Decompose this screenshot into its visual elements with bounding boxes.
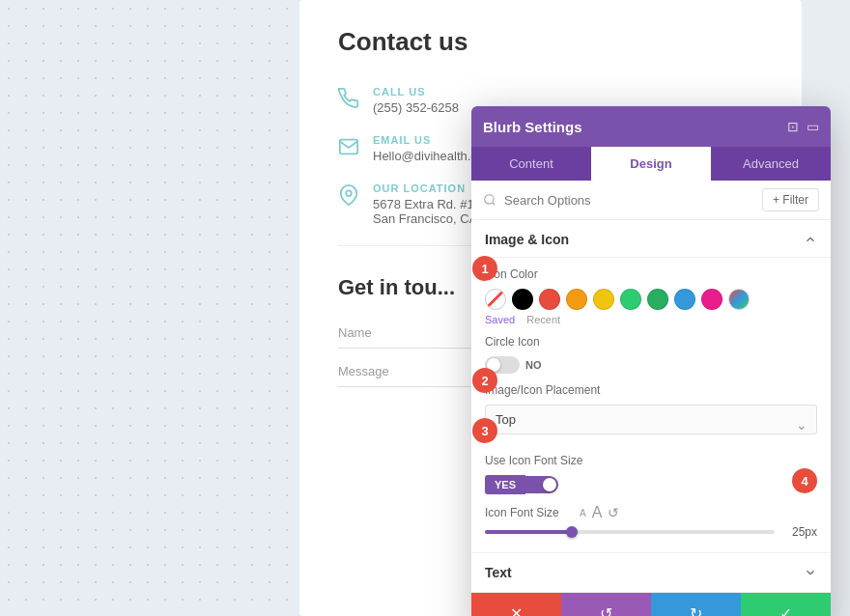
- swatch-transparent[interactable]: [485, 289, 506, 310]
- svg-point-2: [485, 195, 494, 204]
- toggle-thumb-yes: [543, 478, 556, 491]
- panel-tabs: Content Design Advanced: [471, 147, 831, 181]
- phone-icon: [338, 88, 359, 109]
- toggle-track-yes[interactable]: [525, 476, 558, 493]
- swatch-green[interactable]: [620, 289, 641, 310]
- yes-toggle: YES: [485, 475, 817, 494]
- placement-dropdown[interactable]: Top Left Right Bottom: [485, 405, 817, 434]
- email-us-label: EMAIL US: [373, 134, 484, 146]
- panel-footer: ✕ ↺ ↻ ✓: [471, 592, 831, 616]
- circle-icon-label: Circle Icon: [485, 335, 817, 349]
- tab-design[interactable]: Design: [591, 147, 711, 181]
- icon-font-size-row: Icon Font Size A A ↺: [485, 504, 817, 521]
- tab-advanced[interactable]: Advanced: [711, 147, 831, 181]
- search-input[interactable]: [504, 193, 754, 208]
- location-icon: [338, 184, 359, 206]
- swatch-orange[interactable]: [566, 289, 587, 310]
- contact-title: Contact us: [299, 0, 802, 76]
- slider-value: 25px: [782, 525, 817, 539]
- text-section-header[interactable]: Text: [471, 552, 831, 592]
- icon-font-size-label: Icon Font Size: [485, 506, 572, 519]
- filter-button[interactable]: + Filter: [762, 188, 819, 211]
- blurb-settings-panel: Blurb Settings ⊡ ▭ Content Design Advanc…: [471, 106, 831, 616]
- font-size-small-icon: A: [580, 508, 586, 518]
- swatch-blue[interactable]: [674, 289, 695, 310]
- refresh-button[interactable]: ↻: [651, 593, 741, 617]
- step-badge-1: 1: [472, 256, 497, 281]
- cancel-button[interactable]: ✕: [471, 593, 561, 617]
- swatch-black[interactable]: [512, 289, 533, 310]
- call-us-value: (255) 352-6258: [373, 100, 459, 115]
- placement-label: Image/Icon Placement: [485, 383, 817, 397]
- step-badge-2: 2: [472, 368, 497, 393]
- slider-thumb[interactable]: [566, 526, 578, 538]
- panel-header: Blurb Settings ⊡ ▭: [471, 106, 831, 147]
- email-us-value: Hello@divihealth.co: [373, 149, 484, 163]
- chevron-up-icon: [804, 233, 817, 246]
- image-icon-section-header[interactable]: Image & Icon: [471, 220, 831, 258]
- recent-label[interactable]: Recent: [526, 314, 560, 325]
- saved-recent-row: Saved Recent: [485, 314, 817, 325]
- panel-header-icons: ⊡ ▭: [787, 119, 819, 134]
- panel-title: Blurb Settings: [483, 119, 582, 135]
- swatch-pink[interactable]: [701, 289, 722, 310]
- swatch-yellow[interactable]: [593, 289, 614, 310]
- chevron-down-icon: [804, 566, 817, 579]
- icon-color-label: Icon Color: [485, 267, 817, 281]
- svg-point-1: [346, 190, 352, 196]
- text-section-title: Text: [485, 565, 512, 580]
- panel-body: + Filter Image & Icon Icon Color: [471, 181, 831, 616]
- confirm-button[interactable]: ✓: [741, 593, 831, 617]
- reset-button[interactable]: ↺: [561, 593, 651, 617]
- swatch-red[interactable]: [539, 289, 560, 310]
- no-label: NO: [525, 359, 542, 371]
- slider-track[interactable]: [485, 530, 775, 534]
- tab-content[interactable]: Content: [471, 147, 591, 181]
- expand-icon[interactable]: ▭: [807, 119, 819, 134]
- slider-row: 25px: [485, 525, 817, 539]
- swatch-dark-green[interactable]: [647, 289, 668, 310]
- image-icon-body: Icon Color Saved Recent Circle Icon: [471, 258, 831, 552]
- search-bar: + Filter: [471, 181, 831, 220]
- email-icon: [338, 136, 359, 157]
- image-icon-title: Image & Icon: [485, 232, 569, 247]
- slider-icons: A A ↺: [580, 504, 619, 521]
- swatch-gradient[interactable]: [728, 289, 750, 310]
- minimize-icon[interactable]: ⊡: [787, 119, 799, 134]
- yes-button[interactable]: YES: [485, 475, 525, 494]
- search-icon: [483, 193, 496, 207]
- background-dots: [0, 0, 299, 616]
- step-badge-4: 4: [792, 468, 817, 493]
- slider-reset-icon[interactable]: ↺: [608, 505, 619, 520]
- font-size-large-icon: A: [592, 504, 603, 521]
- circle-icon-toggle-row: NO: [485, 356, 817, 374]
- color-swatches: [485, 289, 817, 310]
- placement-dropdown-wrapper: Top Left Right Bottom: [485, 405, 817, 444]
- step-badge-3: 3: [472, 418, 497, 443]
- use-icon-font-size-label: Use Icon Font Size: [485, 454, 817, 467]
- call-us-label: CALL US: [373, 86, 459, 98]
- slider-fill: [485, 530, 572, 534]
- saved-label[interactable]: Saved: [485, 314, 515, 325]
